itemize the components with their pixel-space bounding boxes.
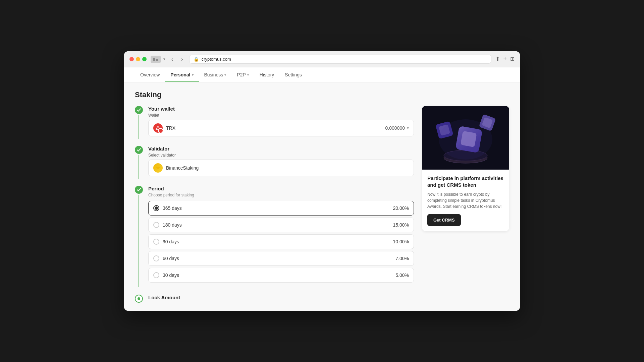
svg-marker-6 [156,166,160,170]
promo-body: Participate in platform activities and g… [422,170,509,231]
svg-point-18 [439,119,492,160]
close-button[interactable] [129,57,134,61]
period-60-left: 60 days [153,255,179,261]
step-wallet-content: Your wallet Wallet TRX [148,106,414,139]
svg-marker-4 [156,126,160,130]
period-60-rate: 7.00% [395,256,409,261]
step-validator-content: Validator Select validator BinanceStakin… [148,146,414,179]
promo-title: Participate in platform activities and g… [427,175,504,188]
step-lock-indicator [135,294,143,303]
step-period-subtitle: Choose period for staking [148,193,414,197]
new-tab-icon[interactable]: + [503,56,507,63]
period-180-rate: 15.00% [393,222,409,228]
step-validator-title: Validator [148,146,414,152]
step-lock-dot [138,297,140,300]
staking-form: Your wallet Wallet TRX [135,106,414,303]
wallet-balance: 0.000000 ▾ [385,125,409,131]
period-30-label: 30 days [163,273,179,278]
step-lock-amount: Lock Amount [135,294,414,303]
radio-30 [153,272,159,278]
browser-actions: ⬆ + ⊞ [495,56,515,63]
browser-toolbar: ▾ ‹ › 🔒 cryptomus.com ⬆ + ⊞ [124,51,520,67]
promo-description: Now it is possible to earn crypto by com… [427,191,504,209]
address-bar[interactable]: 🔒 cryptomus.com [189,55,492,64]
period-180-label: 180 days [163,222,182,228]
nav-item-settings[interactable]: Settings [279,67,307,82]
url-text: cryptomus.com [202,57,231,62]
period-option-365[interactable]: 365 days 20.00% [148,201,414,216]
step-period-line [139,195,139,287]
svg-rect-1 [156,58,158,58]
nav-item-p2p[interactable]: P2P ▾ [231,67,254,82]
period-option-30[interactable]: 30 days 5.00% [148,268,414,283]
step-period-content: Period Choose period for staking 365 day… [148,186,414,287]
right-panel: Participate in platform activities and g… [422,106,509,303]
promo-card: Participate in platform activities and g… [422,106,509,231]
forward-button[interactable]: › [179,56,185,63]
get-crms-button[interactable]: Get CRMS [427,214,461,226]
binance-icon [153,163,163,173]
step-period: Period Choose period for staking 365 day… [135,186,414,287]
step-lock-title: Lock Amount [148,295,180,300]
security-icon: 🔒 [194,57,199,62]
browser-controls: ▾ [151,56,165,63]
step-period-circle [135,186,143,194]
period-30-rate: 5.00% [395,273,409,278]
step-validator-indicator [135,146,143,179]
chevron-down-icon: ▾ [407,126,409,130]
validator-field-label: Select validator [148,153,414,158]
traffic-lights [129,57,147,61]
sidebar-toggle-icon[interactable] [151,56,161,63]
back-button[interactable]: ‹ [169,56,175,63]
wallet-field-label: Wallet [148,113,414,118]
step-validator-line [139,155,139,179]
period-365-label: 365 days [163,205,182,211]
share-icon[interactable]: ⬆ [495,56,500,63]
maximize-button[interactable] [142,57,147,61]
period-90-rate: 10.00% [393,239,409,244]
step-validator: Validator Select validator BinanceStakin… [135,146,414,179]
nav-item-overview[interactable]: Overview [135,67,165,82]
nav-item-personal[interactable]: Personal ▾ [165,67,199,82]
radio-60 [153,255,159,261]
step-period-indicator [135,186,143,287]
period-30-left: 30 days [153,272,179,278]
wallet-selector[interactable]: TRX 0.000000 ▾ [148,120,414,136]
step-wallet: Your wallet Wallet TRX [135,106,414,139]
step-wallet-indicator [135,106,143,139]
wallet-name: TRX [166,125,175,131]
nav-item-business[interactable]: Business ▾ [199,67,232,82]
period-option-60[interactable]: 60 days 7.00% [148,251,414,266]
chevron-down-icon: ▾ [192,73,194,77]
radio-90 [153,239,159,245]
nav-item-history[interactable]: History [254,67,280,82]
staking-layout: Your wallet Wallet TRX [135,106,509,303]
browser-window: ▾ ‹ › 🔒 cryptomus.com ⬆ + ⊞ Overview Per… [124,51,520,311]
page-title: Staking [135,90,509,99]
validator-name: BinanceStaking [166,165,199,171]
period-60-label: 60 days [163,256,179,261]
svg-rect-3 [156,60,158,61]
step-wallet-circle [135,106,143,114]
svg-rect-0 [153,58,155,61]
validator-selector[interactable]: BinanceStaking [148,160,414,176]
trx-icon [153,123,163,133]
period-90-label: 90 days [163,239,179,244]
chevron-down-icon: ▾ [224,73,226,77]
period-365-left: 365 days [153,205,182,211]
step-period-title: Period [148,186,414,191]
main-content: Staking Your wallet Walle [124,82,520,311]
step-wallet-title: Your wallet [148,106,414,112]
period-option-90[interactable]: 90 days 10.00% [148,234,414,249]
chevron-down-icon: ▾ [247,73,249,77]
period-option-180[interactable]: 180 days 15.00% [148,218,414,232]
period-90-left: 90 days [153,239,179,245]
step-validator-circle [135,146,143,154]
period-180-left: 180 days [153,222,182,228]
grid-icon[interactable]: ⊞ [510,56,515,63]
promo-image [422,106,509,170]
radio-180 [153,222,159,228]
step-lock-content: Lock Amount [148,294,180,303]
radio-365 [153,205,159,211]
minimize-button[interactable] [136,57,140,61]
